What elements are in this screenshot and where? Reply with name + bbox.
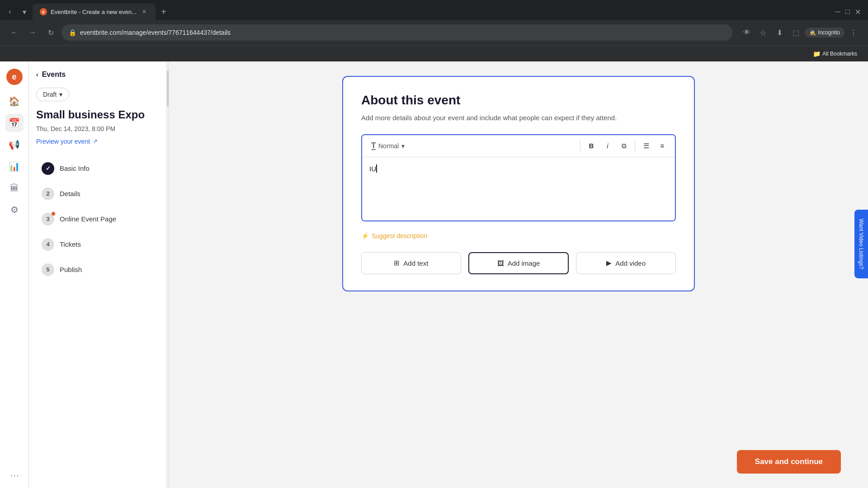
url-bar[interactable]: 🔒 eventbrite.com/manage/events/776711644… [61,24,732,41]
external-link-icon: ↗ [93,138,98,145]
video-tab-label: Want Video Listings? [858,219,864,269]
sidebar-item-analytics[interactable]: 📊 [5,157,24,175]
tab-dropdown[interactable]: ▾ [18,5,31,18]
sidebar-item-venue[interactable]: 🏛 [5,179,24,197]
draft-chevron-icon: ▾ [59,91,62,98]
events-label: Events [42,70,66,79]
folder-icon: 📁 [813,50,821,57]
about-title: About this event [361,93,676,108]
suggest-description-link[interactable]: ⚡ Suggest description [361,232,676,239]
events-nav[interactable]: ‹ Events [36,70,161,79]
event-title: Small business Expo [36,108,161,122]
numbered-list-button[interactable]: ≡ [655,139,670,153]
step-basic-info[interactable]: ✓ Basic Info [36,156,161,181]
step-5-label: Publish [60,266,82,273]
tab-nav-prev[interactable]: ‹ [4,5,16,18]
eye-slash-icon[interactable]: 👁 [740,25,754,40]
tab-close-button[interactable]: ✕ [140,8,148,16]
step-details[interactable]: 2 Details [36,181,161,206]
bullet-list-button[interactable]: ☰ [639,139,653,153]
step-tickets[interactable]: 4 Tickets [36,232,161,257]
add-video-button[interactable]: ▶ Add video [576,252,676,274]
format-chevron-icon: ▾ [401,142,405,150]
sidebar: e 🏠 📅 📢 📊 🏛 ⚙ ⋯ [0,61,29,488]
all-bookmarks[interactable]: 📁 All Bookmarks [809,48,861,59]
toolbar-divider-1 [580,141,580,151]
active-tab[interactable]: e Eventbrite - Create a new even... ✕ [33,4,156,20]
cursor [376,164,377,173]
toolbar-divider-2 [635,141,635,151]
bold-button[interactable]: B [584,139,599,153]
italic-button[interactable]: i [600,139,615,153]
app-logo[interactable]: e [6,69,23,85]
suggest-label: Suggest description [372,232,427,239]
step-1-label: Basic Info [60,164,90,172]
extensions-icon[interactable]: ⋮ [846,25,861,40]
editor-toolbar: T̲ Normal ▾ B i ⧉ ☰ ≡ [362,135,675,157]
download-icon[interactable]: ⬇ [772,25,787,40]
profile-icon[interactable]: ⬚ [788,25,803,40]
add-image-button[interactable]: 🖼 Add image [468,252,569,274]
add-image-icon: 🖼 [497,259,504,267]
minimize-button[interactable]: ─ [835,9,841,15]
nav-steps: ✓ Basic Info 2 Details 3 Online Event Pa… [36,156,161,282]
step-online-event-page[interactable]: 3 Online Event Page [36,206,161,232]
add-video-icon: ▶ [606,259,612,267]
lock-icon: 🔒 [69,29,76,36]
bookmarks-label: All Bookmarks [822,51,857,57]
draft-label: Draft [43,91,57,98]
close-button[interactable]: ✕ [854,9,861,15]
tab-title: Eventbrite - Create a new even... [51,9,137,15]
draft-badge[interactable]: Draft ▾ [36,88,69,101]
editor-content: IU [369,165,376,173]
lightning-icon: ⚡ [361,232,369,239]
save-btn-container: Save and continue [737,450,841,474]
url-text: eventbrite.com/manage/events/77671164443… [80,29,725,36]
add-text-icon: ⊞ [394,259,400,267]
step-publish[interactable]: 5 Publish [36,257,161,282]
about-card: About this event Add more details about … [342,76,695,291]
add-text-button[interactable]: ⊞ Add text [361,252,461,274]
sidebar-item-settings[interactable]: ⚙ [5,201,24,219]
step-4-circle: 4 [42,238,54,251]
new-tab-button[interactable]: + [157,5,170,18]
step-2-label: Details [60,190,80,197]
star-icon[interactable]: ☆ [756,25,770,40]
add-text-label: Add text [403,259,428,267]
sidebar-item-calendar[interactable]: 📅 [5,114,24,132]
sidebar-item-more[interactable]: ⋯ [5,466,24,484]
editor-body[interactable]: IU [362,157,675,221]
left-panel: ‹ Events Draft ▾ Small business Expo Thu… [29,61,169,488]
step-2-circle: 2 [42,188,54,200]
format-icon: T̲ [371,141,376,150]
step-4-label: Tickets [60,240,81,248]
save-and-continue-button[interactable]: Save and continue [737,450,841,474]
add-content-row: ⊞ Add text 🖼 Add image ▶ Add video [361,252,676,274]
sidebar-item-home[interactable]: 🏠 [5,92,24,110]
format-dropdown[interactable]: T̲ Normal ▾ [368,140,576,152]
step-1-circle: ✓ [42,162,54,175]
add-image-label: Add image [508,259,540,267]
back-arrow-icon: ‹ [36,71,38,78]
back-button[interactable]: ← [7,25,22,40]
step-3-circle: 3 [42,213,54,225]
tab-favicon: e [40,8,47,15]
event-date: Thu, Dec 14, 2023, 8:00 PM [36,125,161,132]
editor-container[interactable]: T̲ Normal ▾ B i ⧉ ☰ ≡ IU [361,134,676,221]
forward-button[interactable]: → [25,25,40,40]
refresh-button[interactable]: ↻ [43,25,58,40]
link-button[interactable]: ⧉ [617,139,631,153]
preview-label: Preview your event [36,138,90,145]
add-video-label: Add video [615,259,646,267]
step-5-circle: 5 [42,263,54,276]
format-label: Normal [378,142,399,150]
maximize-button[interactable]: □ [844,9,851,15]
sidebar-item-marketing[interactable]: 📢 [5,136,24,154]
incognito-icon: 🕵 [809,29,816,36]
main-content: About this event Add more details about … [169,61,868,488]
step-3-label: Online Event Page [60,215,116,223]
incognito-badge: 🕵 Incognito [805,28,844,38]
preview-link[interactable]: Preview your event ↗ [36,138,161,145]
video-listing-tab[interactable]: Want Video Listings? [854,210,868,278]
incognito-label: Incognito [818,29,840,36]
